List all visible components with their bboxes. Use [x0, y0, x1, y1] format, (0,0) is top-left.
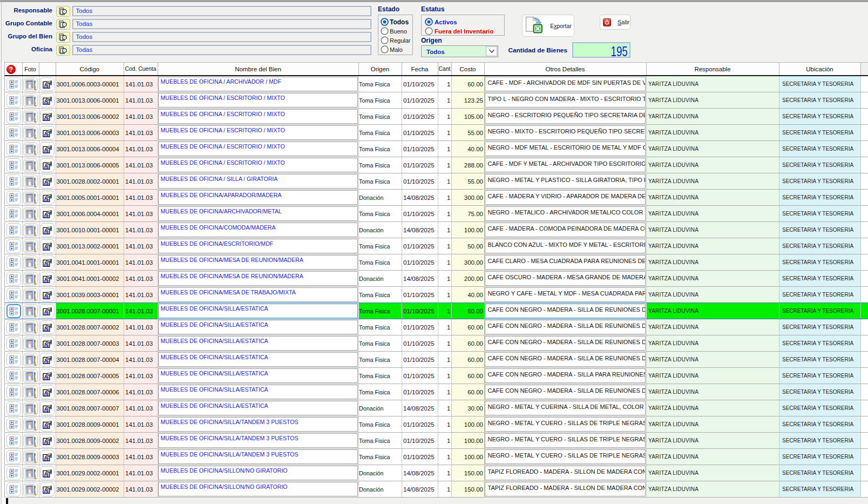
svg-text:?: ? [9, 66, 12, 73]
